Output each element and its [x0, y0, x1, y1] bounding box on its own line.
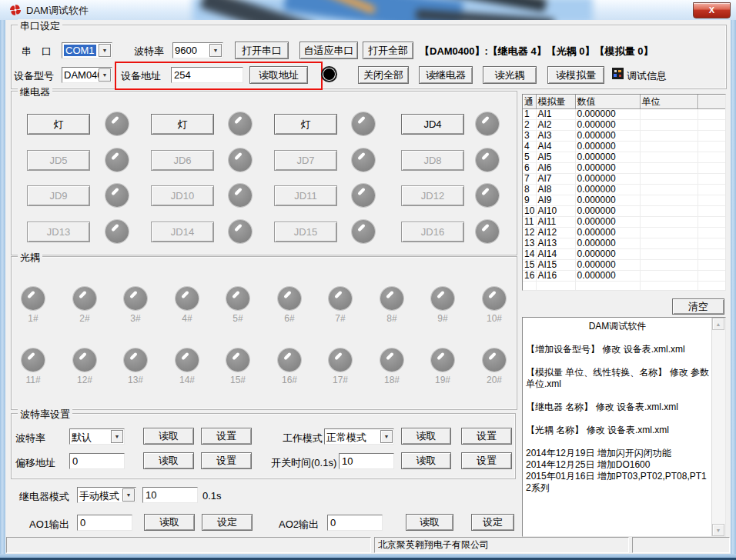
relay-button-JD4[interactable]: JD4 [401, 114, 464, 135]
table-row[interactable]: 10AI100.000000 [523, 206, 725, 217]
model-label: 设备型号 [14, 69, 54, 83]
settings-baud-combo[interactable]: 默认 ▼ [69, 428, 125, 445]
model-combo[interactable]: DAM0400 ▼ [62, 67, 112, 83]
read-analog-button[interactable]: 读模拟量 [547, 66, 604, 84]
info-scrollbar[interactable]: ▲ ▼ [711, 318, 725, 536]
switchtime-set-button[interactable]: 设置 [461, 452, 512, 469]
scroll-down-icon[interactable]: ▼ [712, 524, 724, 536]
close-all-button[interactable]: 关闭全部 [358, 66, 409, 84]
offset-input[interactable] [69, 453, 125, 469]
table-cell: 0.000000 [575, 174, 640, 185]
info-panel[interactable]: DAM调试软件【增加设备型号】 修改 设备表.xml.xml【模拟量 单位、线性… [522, 317, 726, 537]
table-row[interactable]: 1AI10.000000 [523, 109, 725, 120]
workmode-read-button[interactable]: 读取 [401, 428, 451, 445]
ao2-set-button[interactable]: 设定 [471, 514, 514, 531]
window-title: DAM调试软件 [26, 4, 89, 18]
opto-label: 17# [325, 375, 356, 385]
analog-table-header[interactable]: 通 [523, 95, 536, 109]
table-row[interactable]: 4AI40.000000 [523, 142, 725, 152]
read-relay-button[interactable]: 读继电器 [419, 66, 473, 84]
opto-label: 14# [172, 375, 202, 385]
chevron-down-icon[interactable]: ▼ [122, 488, 135, 502]
chevron-down-icon[interactable]: ▼ [99, 44, 111, 57]
table-cell [698, 152, 725, 163]
open-all-button[interactable]: 打开全部 [363, 42, 413, 59]
analog-table-header[interactable] [698, 95, 725, 109]
chevron-down-icon[interactable]: ▼ [380, 430, 393, 443]
table-row[interactable]: 6AI60.000000 [523, 163, 725, 174]
table-cell [640, 131, 698, 142]
table-row[interactable]: 2AI20.000000 [523, 120, 725, 131]
opto-group: 光耦 [11, 256, 517, 410]
relay-led [229, 112, 252, 135]
table-row[interactable]: 15AI150.000000 [523, 260, 725, 271]
table-row[interactable]: 9AI90.000000 [523, 195, 725, 206]
opto-led [380, 287, 403, 310]
ao1-set-button[interactable]: 设定 [202, 514, 253, 531]
table-row[interactable]: 14AI140.000000 [523, 249, 725, 260]
scroll-up-icon[interactable]: ▲ [712, 318, 724, 330]
close-button[interactable]: X [693, 2, 731, 18]
read-addr-button[interactable]: 读取地址 [249, 66, 308, 84]
table-cell [698, 131, 725, 142]
analog-table-header[interactable]: 数值 [575, 95, 640, 109]
opto-led [483, 287, 506, 310]
addr-input[interactable] [171, 67, 243, 83]
chevron-down-icon[interactable]: ▼ [209, 44, 222, 57]
table-row[interactable]: 3AI30.000000 [523, 131, 725, 142]
table-cell [698, 109, 725, 120]
baud-set-button[interactable]: 设置 [201, 428, 252, 445]
analog-table-header[interactable]: 单位 [640, 95, 698, 109]
workmode-combo[interactable]: 正常模式 ▼ [324, 428, 394, 445]
table-cell [640, 206, 698, 217]
opto-label: 19# [427, 375, 458, 385]
chevron-down-icon[interactable]: ▼ [111, 430, 123, 443]
relay-button-JD7: JD7 [274, 150, 337, 171]
relaymode-value: 手动模式 [79, 489, 119, 503]
table-row[interactable]: 5AI50.000000 [523, 152, 725, 163]
debug-info-label: 调试信息 [627, 69, 667, 83]
relaymode-time-input[interactable] [142, 487, 198, 503]
relay-button-灯[interactable]: 灯 [274, 114, 337, 135]
table-cell: 0.000000 [575, 271, 640, 282]
chevron-down-icon[interactable]: ▼ [99, 68, 111, 82]
table-cell [640, 174, 698, 185]
auto-serial-button[interactable]: 自适应串口 [299, 42, 358, 59]
table-cell [640, 271, 698, 282]
clear-button[interactable]: 清空 [672, 298, 724, 315]
table-row[interactable]: 12AI120.000000 [523, 228, 725, 238]
opto-label: 12# [69, 375, 100, 385]
switchtime-input[interactable] [339, 453, 394, 469]
ao2-read-button[interactable]: 读取 [406, 514, 453, 531]
table-row[interactable]: 7AI70.000000 [523, 174, 725, 185]
read-opto-button[interactable]: 读光耦 [483, 66, 537, 84]
switchtime-read-button[interactable]: 读取 [401, 452, 451, 469]
table-cell [640, 120, 698, 131]
ao1-input[interactable] [77, 515, 132, 531]
ao2-input[interactable] [327, 515, 383, 531]
relay-button-灯[interactable]: 灯 [151, 114, 214, 135]
table-row[interactable]: 8AI80.000000 [523, 185, 725, 195]
workmode-set-button[interactable]: 设置 [461, 428, 512, 445]
offset-set-button[interactable]: 设置 [201, 452, 252, 469]
relay-button-灯[interactable]: 灯 [27, 114, 90, 135]
table-row[interactable]: 11AI110.000000 [523, 217, 725, 228]
open-serial-button[interactable]: 打开串口 [235, 42, 289, 59]
table-cell [640, 142, 698, 152]
analog-table-header[interactable]: 模拟量 [536, 95, 575, 109]
ao1-read-button[interactable]: 读取 [144, 514, 195, 531]
offset-read-button[interactable]: 读取 [143, 452, 194, 469]
table-row[interactable]: 13AI130.000000 [523, 238, 725, 249]
relaymode-combo[interactable]: 手动模式 ▼ [77, 487, 136, 503]
opto-led [176, 348, 199, 372]
baud-combo[interactable]: 9600 ▼ [172, 42, 223, 58]
table-row[interactable] [523, 282, 725, 292]
port-combo[interactable]: COM1 ▼ [62, 42, 112, 58]
table-cell [575, 282, 640, 292]
relay-led [229, 148, 252, 172]
relay-led [476, 220, 499, 243]
relay-button-JD15: JD15 [274, 222, 337, 242]
analog-table[interactable]: 通模拟量数值单位 1AI10.0000002AI20.0000003AI30.0… [522, 94, 726, 291]
table-row[interactable]: 16AI160.000000 [523, 271, 725, 282]
baud-read-button[interactable]: 读取 [143, 428, 194, 445]
